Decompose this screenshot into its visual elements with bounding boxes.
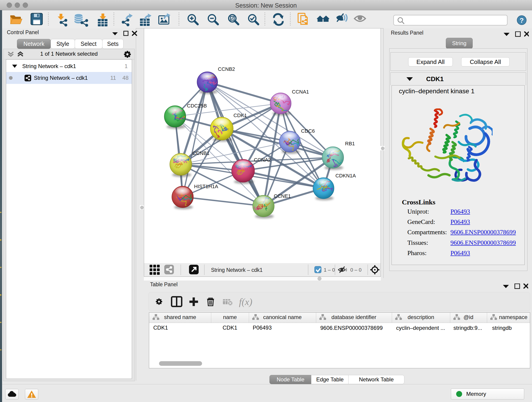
svg-text:CCNA1: CCNA1 xyxy=(292,89,309,95)
svg-text:CDK1: CDK1 xyxy=(234,113,247,118)
svg-text:1 – 0: 1 – 0 xyxy=(324,267,335,273)
svg-text:0 – 0: 0 – 0 xyxy=(350,267,361,273)
svg-text:RB1: RB1 xyxy=(345,141,355,147)
svg-text:CCNA2: CCNA2 xyxy=(254,157,271,163)
svg-text:f(x): f(x) xyxy=(239,297,252,307)
svg-text:CDC6: CDC6 xyxy=(301,128,315,134)
svg-text:CCNB1: CCNB1 xyxy=(192,150,210,156)
svg-text:HIST1H1A: HIST1H1A xyxy=(194,184,218,189)
svg-text:CCNE1: CCNE1 xyxy=(274,193,291,199)
svg-text:CDKN1A: CDKN1A xyxy=(336,173,356,179)
svg-text:CCNB2: CCNB2 xyxy=(218,66,235,72)
svg-text:String Network – cdk1: String Network – cdk1 xyxy=(211,267,263,273)
svg-text:?: ? xyxy=(520,17,524,24)
svg-text:CDC25B: CDC25B xyxy=(187,103,207,109)
